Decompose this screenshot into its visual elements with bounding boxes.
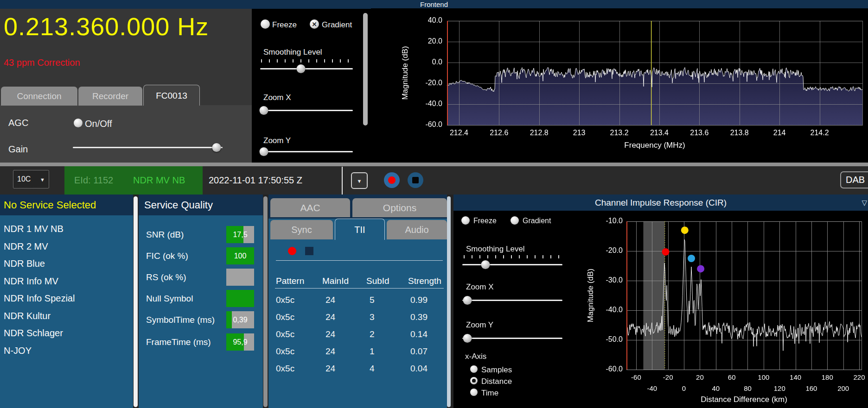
fe-zoom-y-thumb[interactable] — [260, 147, 268, 156]
fe-gradient-label[interactable]: Gradient — [322, 20, 352, 30]
ensemble-id: EId: 1152 — [74, 175, 113, 186]
fe-zoom-x-slider[interactable] — [260, 106, 353, 115]
cir-zoom-x-label: Zoom X — [466, 282, 494, 292]
service-item[interactable]: NDR Blue — [4, 255, 129, 272]
tii-cell: 24 — [326, 295, 335, 305]
dab-receiver-window: Frontend 0.213.360.000 Hz 43 ppm Correct… — [0, 0, 868, 408]
tii-cell: 0.07 — [410, 346, 428, 357]
cir-plot[interactable] — [453, 211, 868, 408]
service-item[interactable]: NDR Schlager — [4, 325, 129, 342]
tii-divider — [276, 260, 443, 261]
tii-cell: 24 — [326, 346, 335, 357]
tii-cell: 0.04 — [410, 364, 428, 374]
service-item[interactable]: NDR 2 MV — [4, 238, 129, 255]
tab-audio[interactable]: Audio — [387, 220, 447, 239]
cir-zoom-x-thumb[interactable] — [463, 296, 472, 305]
service-list-scrollbar[interactable] — [134, 196, 138, 407]
fic-status-square — [305, 247, 313, 255]
cir-smoothing-thumb[interactable] — [481, 260, 490, 269]
fe-zoom-x-thumb[interactable] — [260, 106, 268, 115]
frontend-spectrum-plot[interactable] — [371, 8, 868, 166]
fe-gradient-checkbox[interactable] — [310, 19, 319, 29]
gain-slider[interactable] — [73, 143, 223, 152]
tab-sync[interactable]: Sync — [270, 220, 333, 239]
fic-label: FIC (ok %) — [146, 248, 188, 264]
snr-label: SNR (dB) — [146, 226, 184, 243]
cir-panel-header: Channel Impulse Response (CIR) ▽ — [453, 195, 868, 211]
fe-freeze-radio[interactable] — [261, 19, 270, 29]
fe-smoothing-track[interactable] — [260, 68, 353, 69]
tab-fc0013[interactable]: FC0013 — [143, 85, 200, 106]
channel-selector[interactable]: 10C — [13, 170, 49, 188]
cir-freeze-label[interactable]: Freeze — [473, 217, 497, 225]
service-item[interactable]: NDR Info MV — [4, 273, 129, 290]
cir-gradient-radio[interactable] — [511, 216, 519, 225]
gain-slider-thumb[interactable] — [212, 143, 221, 152]
tab-recorder[interactable]: Recorder — [78, 87, 142, 106]
fe-smoothing-thumb[interactable] — [297, 64, 306, 73]
service-item[interactable]: NDR 1 MV NB — [4, 220, 129, 238]
cir-zoom-x-slider[interactable] — [462, 295, 562, 305]
frame-time-bar: 95,9 — [226, 333, 254, 351]
service-item[interactable]: NDR Kultur — [4, 308, 129, 325]
utc-timestamp: 2022-11-01 17:50:55 Z — [209, 166, 302, 195]
x-axis-samples-radio[interactable] — [470, 365, 478, 373]
tab-connection[interactable]: Connection — [1, 87, 77, 106]
frame-time-label: FrameTime (ms) — [146, 334, 211, 351]
cir-zoom-x-track[interactable] — [462, 300, 562, 301]
ppm-correction-label: 43 ppm Correction — [4, 57, 80, 68]
tii-cell: 3 — [370, 312, 375, 322]
agc-on-off-radio[interactable] — [74, 119, 83, 127]
cir-zoom-y-thumb[interactable] — [463, 334, 472, 343]
fe-freeze-label[interactable]: Freeze — [272, 20, 297, 30]
dropdown-button[interactable] — [351, 172, 368, 189]
x-axis-time-radio[interactable] — [470, 389, 478, 396]
service-list: NDR 1 MV NB NDR 2 MV NDR Blue NDR Info M… — [0, 215, 133, 408]
fe-smoothing-tickmarks — [261, 59, 353, 63]
cir-zoom-y-slider[interactable] — [462, 333, 562, 343]
gain-label: Gain — [8, 144, 28, 155]
gain-slider-track[interactable] — [73, 147, 223, 148]
cir-smoothing-label: Smoothing Level — [466, 245, 525, 254]
service-quality-header: Service Quality — [139, 195, 263, 215]
symbol-time-value: 0,39 — [226, 311, 254, 328]
x-axis-distance-label[interactable]: Distance — [481, 377, 512, 386]
tii-header-underline — [275, 288, 444, 289]
tii-cell: 1 — [370, 346, 375, 357]
cir-zoom-y-track[interactable] — [462, 338, 562, 339]
stop-button[interactable] — [408, 172, 423, 188]
snr-bar: 17,5 — [226, 226, 254, 243]
detail-tabs-scrollbar[interactable] — [447, 196, 451, 407]
triangle-collapse-icon[interactable]: ▽ — [862, 195, 867, 211]
cir-gradient-label[interactable]: Gradient — [523, 217, 551, 225]
tab-aac[interactable]: AAC — [270, 198, 350, 217]
record-button[interactable] — [384, 172, 400, 188]
tuner-tab-content — [0, 105, 252, 163]
tab-tii[interactable]: TII — [335, 219, 385, 240]
rs-label: RS (ok %) — [146, 269, 186, 286]
fe-zoom-y-track[interactable] — [260, 151, 353, 152]
symbol-time-bar: 0,39 — [226, 311, 254, 328]
x-axis-samples-label[interactable]: Samples — [481, 365, 512, 375]
spectrum-panel-scrollbar[interactable] — [363, 13, 368, 126]
service-quality-scrollbar[interactable] — [263, 196, 268, 407]
tii-cell: 0.39 — [410, 312, 428, 322]
tii-cell: 0x5c — [276, 346, 294, 357]
tii-col-pattern: Pattern — [276, 276, 304, 286]
cir-freeze-radio[interactable] — [461, 216, 470, 225]
agc-on-off-label[interactable]: On/Off — [85, 119, 112, 129]
service-list-header: No Service Selected — [0, 195, 133, 215]
cir-smoothing-track[interactable] — [462, 264, 562, 265]
x-axis-distance-radio[interactable] — [470, 377, 478, 384]
tii-cell: 0x5c — [276, 329, 294, 339]
fe-smoothing-slider[interactable] — [260, 64, 353, 73]
tab-options[interactable]: Options — [352, 198, 447, 217]
tuned-frequency-display: 0.213.360.000 Hz — [4, 12, 209, 41]
cir-smoothing-slider[interactable] — [462, 260, 562, 269]
fe-zoom-y-slider[interactable] — [260, 147, 353, 156]
fe-zoom-x-track[interactable] — [260, 110, 353, 111]
x-axis-time-label[interactable]: Time — [481, 389, 498, 398]
horizontal-scrollbar[interactable] — [0, 163, 868, 166]
service-item[interactable]: NDR Info Spezial — [4, 290, 129, 307]
service-item[interactable]: N-JOY — [4, 342, 129, 359]
